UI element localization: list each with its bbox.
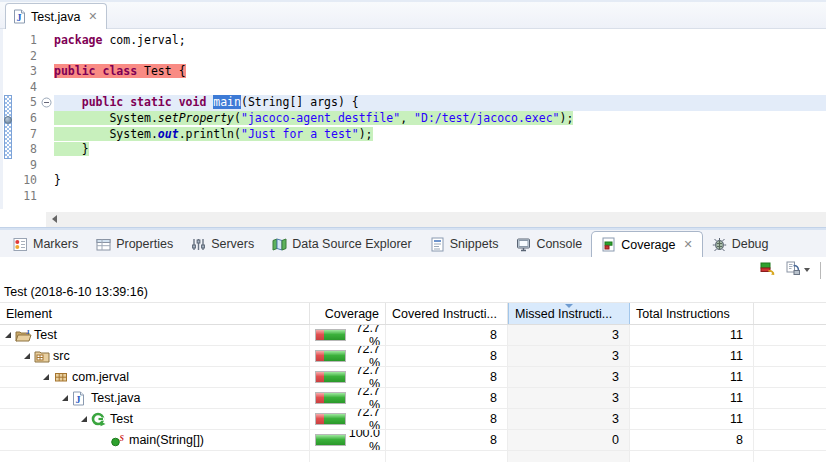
- line-number[interactable]: 10: [14, 173, 40, 189]
- panel-tab-debug[interactable]: Debug: [703, 231, 778, 257]
- code-text[interactable]: package com.jerval;: [54, 33, 826, 49]
- fold-margin[interactable]: [40, 173, 54, 189]
- missed-instructions: 3: [508, 409, 630, 429]
- code-line[interactable]: 5 public static void main(String[] args)…: [14, 95, 826, 111]
- expand-arrow-icon[interactable]: [4, 331, 15, 339]
- code-line[interactable]: 2: [14, 49, 826, 65]
- expand-arrow-icon[interactable]: [23, 352, 34, 360]
- expand-arrow-icon[interactable]: [42, 373, 53, 381]
- code-line[interactable]: 7 System.out.println("Just for a test");: [14, 127, 826, 143]
- coverage-session-button[interactable]: [760, 261, 778, 280]
- expand-arrow-icon[interactable]: [80, 415, 91, 423]
- export-session-icon: [785, 261, 801, 280]
- code-text[interactable]: public static void main(String[] args) {: [54, 95, 826, 111]
- line-number[interactable]: 8: [14, 142, 40, 158]
- line-number[interactable]: 3: [14, 64, 40, 80]
- panel-tab-data-source-explorer[interactable]: Data Source Explorer: [263, 231, 421, 257]
- table-row[interactable]: J Test 72.7 % 8 3 11: [0, 325, 826, 346]
- code-editor[interactable]: 1 package com.jerval; 2 3 public class T…: [0, 29, 826, 209]
- editor-tab-testjava[interactable]: J Test.java ✕: [5, 3, 107, 29]
- sort-indicator-icon: [565, 304, 573, 308]
- code-text[interactable]: System.setProperty("jacoco-agent.destfil…: [54, 111, 826, 127]
- line-number[interactable]: 7: [14, 127, 40, 143]
- fold-margin[interactable]: [40, 64, 54, 80]
- fold-margin[interactable]: [40, 33, 54, 49]
- missed-instructions: 3: [508, 325, 630, 345]
- chevron-down-icon[interactable]: [804, 268, 810, 272]
- code-line[interactable]: 8 }: [14, 142, 826, 158]
- code-text[interactable]: }: [54, 142, 826, 158]
- expand-arrow-icon[interactable]: [61, 394, 72, 402]
- coverage-percent: 72.7 %: [346, 325, 380, 345]
- coverage-icon: [601, 237, 616, 252]
- column-header-covered[interactable]: Covered Instructi...: [386, 303, 508, 324]
- code-text[interactable]: public class Test {: [54, 64, 826, 80]
- panel-tab-servers[interactable]: Servers: [182, 231, 263, 257]
- annotation-ruler[interactable]: [3, 29, 14, 209]
- code-line[interactable]: 9: [14, 158, 826, 174]
- missed-instructions: 3: [508, 346, 630, 366]
- code-text[interactable]: [54, 49, 826, 65]
- fold-margin[interactable]: [40, 127, 54, 143]
- panel-tab-coverage[interactable]: Coverage ✕: [591, 231, 702, 257]
- covered-instructions: 8: [386, 325, 508, 345]
- code-lines[interactable]: 1 package com.jerval; 2 3 public class T…: [14, 29, 826, 209]
- element-label: src: [53, 349, 70, 363]
- table-row[interactable]: com.jerval 72.7 % 8 3 11: [0, 367, 826, 388]
- fold-margin[interactable]: [40, 111, 54, 127]
- code-text[interactable]: System.out.println("Just for a test");: [54, 127, 826, 143]
- line-number[interactable]: 2: [14, 49, 40, 65]
- table-row[interactable]: Test 72.7 % 8 3 11: [0, 409, 826, 430]
- column-header-element[interactable]: Element: [0, 303, 310, 324]
- panel-tab-snippets[interactable]: Snippets: [421, 231, 508, 257]
- fold-margin[interactable]: [40, 80, 54, 96]
- line-number[interactable]: 1: [14, 33, 40, 49]
- code-line[interactable]: 11: [14, 189, 826, 205]
- total-instructions: 11: [630, 388, 754, 408]
- column-header-coverage[interactable]: Coverage: [310, 303, 386, 324]
- code-text[interactable]: [54, 158, 826, 174]
- code-text[interactable]: [54, 189, 826, 205]
- java-file-icon: J: [72, 391, 90, 406]
- total-instructions: 11: [630, 367, 754, 387]
- line-number[interactable]: 4: [14, 80, 40, 96]
- panel-tab-properties[interactable]: Properties: [87, 231, 182, 257]
- close-icon[interactable]: ✕: [683, 239, 692, 250]
- table-row[interactable]: S main(String[]) 100.0 % 8 0 8: [0, 430, 826, 451]
- editor-hscrollbar[interactable]: [0, 209, 826, 227]
- close-icon[interactable]: ✕: [88, 11, 97, 22]
- fold-margin[interactable]: [40, 142, 54, 158]
- panel-tab-markers[interactable]: Markers: [4, 231, 87, 257]
- line-number[interactable]: 6: [14, 111, 40, 127]
- fold-collapse-icon[interactable]: [40, 95, 54, 111]
- line-number[interactable]: 5: [14, 95, 40, 111]
- fold-margin[interactable]: [40, 189, 54, 205]
- column-header-missed[interactable]: Missed Instructi...: [508, 303, 630, 324]
- code-line[interactable]: 10 }: [14, 173, 826, 189]
- svg-text:J: J: [76, 393, 81, 404]
- scroll-left-button[interactable]: [46, 212, 63, 227]
- code-line[interactable]: 6 System.setProperty("jacoco-agent.destf…: [14, 111, 826, 127]
- panel-tab-console[interactable]: Console: [507, 231, 591, 257]
- coverage-percent: 72.7 %: [346, 346, 380, 366]
- table-row[interactable]: src 72.7 % 8 3 11: [0, 346, 826, 367]
- code-text[interactable]: }: [54, 173, 826, 189]
- line-number[interactable]: 9: [14, 158, 40, 174]
- java-file-icon: J: [13, 9, 26, 24]
- breakpoint-marker[interactable]: [4, 116, 12, 124]
- table-row[interactable]: J Test.java 72.7 % 8 3 11: [0, 388, 826, 409]
- export-session-button[interactable]: [785, 261, 810, 280]
- code-line[interactable]: 1 package com.jerval;: [14, 33, 826, 49]
- code-text[interactable]: [54, 80, 826, 96]
- linked-range-indicator: [4, 95, 12, 159]
- column-header-total[interactable]: Total Instructions: [630, 303, 754, 324]
- code-line[interactable]: 3 public class Test {: [14, 64, 826, 80]
- scrollbar-track[interactable]: [63, 212, 826, 227]
- properties-icon: [96, 237, 111, 252]
- code-line[interactable]: 4: [14, 80, 826, 96]
- fold-margin[interactable]: [40, 158, 54, 174]
- total-instructions: 11: [630, 346, 754, 366]
- line-number[interactable]: 11: [14, 189, 40, 205]
- coverage-table-header: Element Coverage Covered Instructi... Mi…: [0, 302, 826, 325]
- fold-margin[interactable]: [40, 49, 54, 65]
